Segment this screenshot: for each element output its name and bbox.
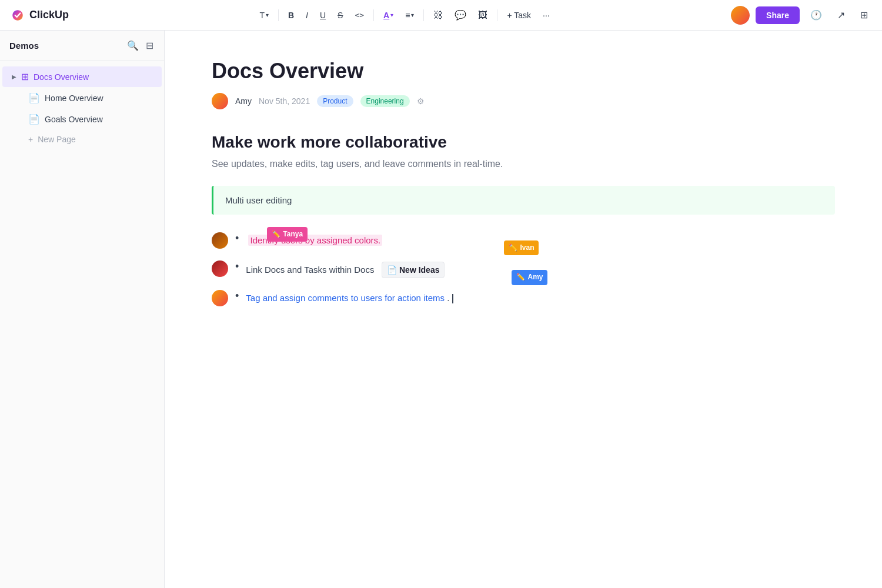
ivan-cursor-tooltip: ✏️ Ivan <box>504 240 539 255</box>
sidebar-icon-group: 🔍 ⊟ <box>126 39 155 52</box>
tanya-name: Tanya <box>283 229 303 240</box>
sidebar-item-docs-overview[interactable]: ▶ ⊞ Docs Overview <box>2 66 162 87</box>
more-options-button[interactable]: ··· <box>538 8 554 22</box>
sidebar-item-label: Docs Overview <box>34 72 89 82</box>
doc-title: Docs Overview <box>212 59 835 83</box>
toolbar-separator-1 <box>278 9 279 21</box>
tanya-cursor-tooltip: ✏️ Tanya <box>267 227 308 242</box>
sidebar-item-home-overview[interactable]: 📄 Home Overview <box>2 88 162 108</box>
toolbar-separator-3 <box>423 9 424 21</box>
content-area[interactable]: Docs Overview Amy Nov 5th, 2021 Product … <box>165 31 882 588</box>
ivan-name: Ivan <box>520 242 534 253</box>
logo-text: ClickUp <box>29 9 69 21</box>
collapse-button[interactable]: ⊟ <box>145 39 155 52</box>
doc-author: Amy <box>235 96 252 106</box>
layout-button[interactable]: ⊞ <box>856 7 873 23</box>
app-logo[interactable]: ClickUp <box>9 7 69 24</box>
bullet-avatar-3 <box>212 290 228 306</box>
bullet-content-3: Tag and assign comments to users for act… <box>246 289 453 305</box>
sidebar: Demos 🔍 ⊟ ▶ ⊞ Docs Overview 📄 Home Overv… <box>0 31 165 588</box>
italic-button[interactable]: I <box>301 8 313 22</box>
avatar-image <box>731 6 750 25</box>
highlighted-text-3: Tag and assign comments to users for act… <box>246 293 445 303</box>
sidebar-item-label: Goals Overview <box>45 115 103 124</box>
link-button[interactable]: ⛓ <box>429 8 447 23</box>
underline-button[interactable]: U <box>315 8 330 22</box>
image-button[interactable]: 🖼 <box>473 8 492 23</box>
text-format-button[interactable]: T ▾ <box>255 8 273 22</box>
section-subtitle: See updates, make edits, tag users, and … <box>212 159 835 169</box>
bullet-list: • ✏️ Tanya Identify users by assigned co… <box>212 231 835 306</box>
add-task-button[interactable]: + Task <box>502 8 536 22</box>
bullet-avatar-1 <box>212 232 228 249</box>
amy-cursor-container: ✏️ Amy <box>512 270 547 285</box>
text-color-button[interactable]: A ▾ <box>379 8 398 22</box>
sidebar-item-goals-overview[interactable]: 📄 Goals Overview <box>2 109 162 129</box>
doc-icon-2: 📄 <box>28 113 40 125</box>
grid-icon: ⊞ <box>21 71 29 82</box>
toolbar-right: Share 🕐 ↗ ⊞ <box>731 6 873 25</box>
bullet-content-2: Link Docs and Tasks within Docs 📄 New Id… <box>246 259 445 278</box>
callout-text: Multi user editing <box>225 195 292 205</box>
ivan-cursor-container: ✏️ Ivan <box>504 240 539 255</box>
bullet-item-3: • Tag and assign comments to users for a… <box>212 289 835 306</box>
tag-engineering[interactable]: Engineering <box>360 95 410 107</box>
author-avatar <box>212 93 228 109</box>
text-cursor <box>452 294 453 303</box>
bullet-content-1: ✏️ Tanya Identify users by assigned colo… <box>246 231 382 248</box>
user-avatar[interactable] <box>731 6 750 25</box>
align-button[interactable]: ≡ ▾ <box>400 8 419 22</box>
toolbar: ClickUp T ▾ B I U S <> A ▾ ≡ ▾ ⛓ 💬 🖼 <box>0 0 882 31</box>
sidebar-nav: ▶ ⊞ Docs Overview 📄 Home Overview 📄 Goal… <box>0 61 164 588</box>
settings-icon[interactable]: ⚙ <box>417 96 425 106</box>
comment-button[interactable]: 💬 <box>450 7 471 23</box>
new-page-item[interactable]: + New Page <box>2 130 162 149</box>
toolbar-center: T ▾ B I U S <> A ▾ ≡ ▾ ⛓ 💬 🖼 + Task ··· <box>83 7 726 23</box>
tag-product[interactable]: Product <box>317 95 353 107</box>
amy-cursor-tooltip: ✏️ Amy <box>512 270 547 285</box>
toolbar-separator-4 <box>497 9 497 21</box>
bullet-text-2a: Link Docs and Tasks within Docs <box>246 265 379 275</box>
toolbar-separator-2 <box>373 9 374 21</box>
workspace-name: Demos <box>9 41 39 51</box>
amy-name: Amy <box>527 272 543 283</box>
code-button[interactable]: <> <box>350 8 369 22</box>
expand-button[interactable]: ↗ <box>833 7 850 23</box>
callout-block: Multi user editing <box>212 186 835 215</box>
doc-meta: Amy Nov 5th, 2021 Product Engineering ⚙ <box>212 93 835 109</box>
doc-icon-1: 📄 <box>28 92 40 103</box>
doc-link-icon: 📄 <box>387 263 397 276</box>
new-page-label: New Page <box>38 135 76 144</box>
section-title: Make work more collaborative <box>212 133 835 152</box>
strikethrough-button[interactable]: S <box>333 8 348 22</box>
history-button[interactable]: 🕐 <box>806 7 827 23</box>
plus-icon: + <box>28 135 33 144</box>
sidebar-item-label: Home Overview <box>45 93 103 103</box>
doc-link-label: New Ideas <box>399 263 439 276</box>
search-button[interactable]: 🔍 <box>126 39 140 52</box>
bullet-avatar-2 <box>212 260 228 277</box>
chevron-icon: ▶ <box>12 74 16 80</box>
sidebar-header: Demos 🔍 ⊟ <box>0 31 164 61</box>
doc-link-new-ideas[interactable]: 📄 New Ideas <box>382 262 445 278</box>
cursor-icon: ✏️ <box>272 229 280 240</box>
doc-date: Nov 5th, 2021 <box>259 96 310 106</box>
main-layout: Demos 🔍 ⊟ ▶ ⊞ Docs Overview 📄 Home Overv… <box>0 31 882 588</box>
share-button[interactable]: Share <box>756 6 800 24</box>
bold-button[interactable]: B <box>283 8 299 22</box>
